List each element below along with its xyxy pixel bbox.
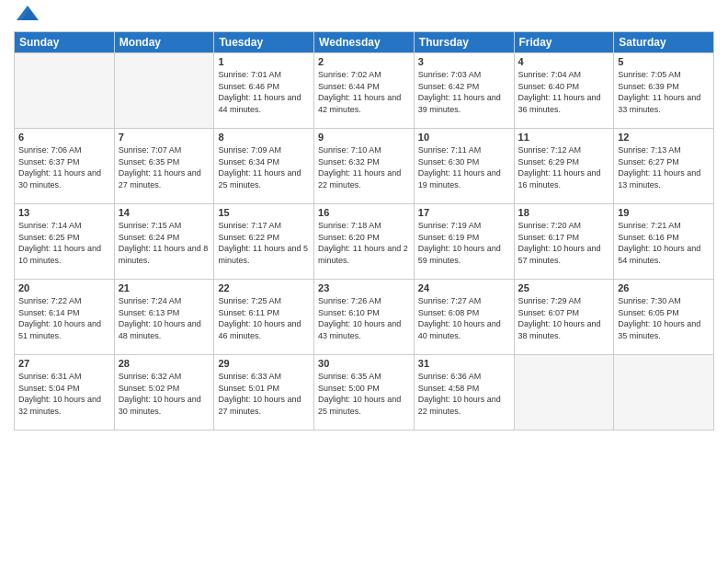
day-number: 9 <box>318 132 410 143</box>
day-number: 15 <box>218 207 310 218</box>
day-info: Sunrise: 7:06 AM Sunset: 6:37 PM Dayligh… <box>18 144 110 190</box>
day-info: Sunrise: 6:32 AM Sunset: 5:02 PM Dayligh… <box>119 371 210 417</box>
calendar-cell: 19Sunrise: 7:21 AM Sunset: 6:16 PM Dayli… <box>614 204 714 280</box>
calendar-cell <box>514 355 614 431</box>
day-number: 16 <box>318 207 410 218</box>
week-row-2: 6Sunrise: 7:06 AM Sunset: 6:37 PM Daylig… <box>15 129 714 204</box>
weekday-header-row: SundayMondayTuesdayWednesdayThursdayFrid… <box>15 32 714 53</box>
day-number: 8 <box>218 132 310 143</box>
day-info: Sunrise: 7:24 AM Sunset: 6:13 PM Dayligh… <box>119 295 210 341</box>
calendar-cell: 14Sunrise: 7:15 AM Sunset: 6:24 PM Dayli… <box>114 204 214 280</box>
calendar-cell: 21Sunrise: 7:24 AM Sunset: 6:13 PM Dayli… <box>114 280 214 355</box>
week-row-4: 20Sunrise: 7:22 AM Sunset: 6:14 PM Dayli… <box>15 280 714 355</box>
day-info: Sunrise: 7:30 AM Sunset: 6:05 PM Dayligh… <box>618 295 710 341</box>
day-info: Sunrise: 7:25 AM Sunset: 6:11 PM Dayligh… <box>218 295 310 341</box>
logo <box>14 9 39 24</box>
calendar-cell: 30Sunrise: 6:35 AM Sunset: 5:00 PM Dayli… <box>314 355 415 431</box>
day-number: 29 <box>218 358 310 369</box>
day-info: Sunrise: 7:10 AM Sunset: 6:32 PM Dayligh… <box>318 144 410 190</box>
day-number: 31 <box>418 358 510 369</box>
calendar-cell: 7Sunrise: 7:07 AM Sunset: 6:35 PM Daylig… <box>114 129 214 204</box>
weekday-header-sunday: Sunday <box>15 32 115 53</box>
calendar-cell: 16Sunrise: 7:18 AM Sunset: 6:20 PM Dayli… <box>314 204 415 280</box>
day-info: Sunrise: 6:36 AM Sunset: 4:58 PM Dayligh… <box>418 371 510 417</box>
day-info: Sunrise: 6:31 AM Sunset: 5:04 PM Dayligh… <box>18 371 110 417</box>
day-info: Sunrise: 7:11 AM Sunset: 6:30 PM Dayligh… <box>418 144 510 190</box>
weekday-header-tuesday: Tuesday <box>214 32 314 53</box>
day-number: 2 <box>318 56 410 67</box>
calendar-cell: 9Sunrise: 7:10 AM Sunset: 6:32 PM Daylig… <box>314 129 415 204</box>
day-number: 13 <box>18 207 110 218</box>
day-number: 23 <box>318 282 410 293</box>
calendar-cell: 3Sunrise: 7:03 AM Sunset: 6:42 PM Daylig… <box>414 53 514 129</box>
weekday-header-thursday: Thursday <box>414 32 514 53</box>
calendar-cell: 20Sunrise: 7:22 AM Sunset: 6:14 PM Dayli… <box>15 280 115 355</box>
day-info: Sunrise: 7:03 AM Sunset: 6:42 PM Dayligh… <box>418 69 510 115</box>
calendar-cell: 13Sunrise: 7:14 AM Sunset: 6:25 PM Dayli… <box>15 204 115 280</box>
day-info: Sunrise: 7:14 AM Sunset: 6:25 PM Dayligh… <box>18 220 110 266</box>
calendar-cell: 31Sunrise: 6:36 AM Sunset: 4:58 PM Dayli… <box>414 355 514 431</box>
calendar-header <box>14 9 714 24</box>
calendar-cell: 15Sunrise: 7:17 AM Sunset: 6:22 PM Dayli… <box>214 204 314 280</box>
day-info: Sunrise: 7:01 AM Sunset: 6:46 PM Dayligh… <box>218 69 310 115</box>
day-info: Sunrise: 7:19 AM Sunset: 6:19 PM Dayligh… <box>418 220 510 266</box>
calendar-cell: 22Sunrise: 7:25 AM Sunset: 6:11 PM Dayli… <box>214 280 314 355</box>
day-number: 19 <box>618 207 710 218</box>
calendar-cell: 2Sunrise: 7:02 AM Sunset: 6:44 PM Daylig… <box>314 53 415 129</box>
day-number: 5 <box>618 56 710 67</box>
day-number: 11 <box>518 132 610 143</box>
calendar-cell: 25Sunrise: 7:29 AM Sunset: 6:07 PM Dayli… <box>514 280 614 355</box>
day-number: 21 <box>119 282 210 293</box>
day-number: 7 <box>119 132 210 143</box>
day-info: Sunrise: 7:09 AM Sunset: 6:34 PM Dayligh… <box>218 144 310 190</box>
day-number: 22 <box>218 282 310 293</box>
calendar-cell: 11Sunrise: 7:12 AM Sunset: 6:29 PM Dayli… <box>514 129 614 204</box>
calendar-cell <box>114 53 214 129</box>
calendar-cell: 12Sunrise: 7:13 AM Sunset: 6:27 PM Dayli… <box>614 129 714 204</box>
week-row-3: 13Sunrise: 7:14 AM Sunset: 6:25 PM Dayli… <box>15 204 714 280</box>
day-number: 6 <box>18 132 110 143</box>
weekday-header-monday: Monday <box>114 32 214 53</box>
calendar-cell: 26Sunrise: 7:30 AM Sunset: 6:05 PM Dayli… <box>614 280 714 355</box>
day-number: 14 <box>119 207 210 218</box>
day-number: 27 <box>18 358 110 369</box>
calendar-cell: 8Sunrise: 7:09 AM Sunset: 6:34 PM Daylig… <box>214 129 314 204</box>
day-info: Sunrise: 7:05 AM Sunset: 6:39 PM Dayligh… <box>618 69 710 115</box>
day-number: 25 <box>518 282 610 293</box>
day-number: 24 <box>418 282 510 293</box>
calendar-cell: 1Sunrise: 7:01 AM Sunset: 6:46 PM Daylig… <box>214 53 314 129</box>
calendar-cell: 18Sunrise: 7:20 AM Sunset: 6:17 PM Dayli… <box>514 204 614 280</box>
day-info: Sunrise: 7:29 AM Sunset: 6:07 PM Dayligh… <box>518 295 610 341</box>
calendar-cell: 29Sunrise: 6:33 AM Sunset: 5:01 PM Dayli… <box>214 355 314 431</box>
day-number: 4 <box>518 56 610 67</box>
calendar-cell: 17Sunrise: 7:19 AM Sunset: 6:19 PM Dayli… <box>414 204 514 280</box>
calendar-table: SundayMondayTuesdayWednesdayThursdayFrid… <box>14 31 714 431</box>
calendar-cell: 4Sunrise: 7:04 AM Sunset: 6:40 PM Daylig… <box>514 53 614 129</box>
day-number: 20 <box>18 282 110 293</box>
day-number: 30 <box>318 358 410 369</box>
day-number: 18 <box>518 207 610 218</box>
day-info: Sunrise: 7:26 AM Sunset: 6:10 PM Dayligh… <box>318 295 410 341</box>
day-number: 10 <box>418 132 510 143</box>
weekday-header-friday: Friday <box>514 32 614 53</box>
day-info: Sunrise: 7:27 AM Sunset: 6:08 PM Dayligh… <box>418 295 510 341</box>
day-info: Sunrise: 6:33 AM Sunset: 5:01 PM Dayligh… <box>218 371 310 417</box>
day-info: Sunrise: 7:13 AM Sunset: 6:27 PM Dayligh… <box>618 144 710 190</box>
day-number: 1 <box>218 56 310 67</box>
calendar-cell: 24Sunrise: 7:27 AM Sunset: 6:08 PM Dayli… <box>414 280 514 355</box>
calendar-cell: 28Sunrise: 6:32 AM Sunset: 5:02 PM Dayli… <box>114 355 214 431</box>
weekday-header-wednesday: Wednesday <box>314 32 415 53</box>
day-info: Sunrise: 7:18 AM Sunset: 6:20 PM Dayligh… <box>318 220 410 266</box>
day-info: Sunrise: 7:20 AM Sunset: 6:17 PM Dayligh… <box>518 220 610 266</box>
day-info: Sunrise: 7:07 AM Sunset: 6:35 PM Dayligh… <box>119 144 210 190</box>
day-info: Sunrise: 7:21 AM Sunset: 6:16 PM Dayligh… <box>618 220 710 266</box>
calendar-cell: 5Sunrise: 7:05 AM Sunset: 6:39 PM Daylig… <box>614 53 714 129</box>
day-info: Sunrise: 7:12 AM Sunset: 6:29 PM Dayligh… <box>518 144 610 190</box>
day-number: 28 <box>119 358 210 369</box>
calendar-cell: 27Sunrise: 6:31 AM Sunset: 5:04 PM Dayli… <box>15 355 115 431</box>
weekday-header-saturday: Saturday <box>614 32 714 53</box>
day-info: Sunrise: 7:15 AM Sunset: 6:24 PM Dayligh… <box>119 220 210 266</box>
week-row-1: 1Sunrise: 7:01 AM Sunset: 6:46 PM Daylig… <box>15 53 714 129</box>
day-info: Sunrise: 7:02 AM Sunset: 6:44 PM Dayligh… <box>318 69 410 115</box>
day-info: Sunrise: 7:04 AM Sunset: 6:40 PM Dayligh… <box>518 69 610 115</box>
